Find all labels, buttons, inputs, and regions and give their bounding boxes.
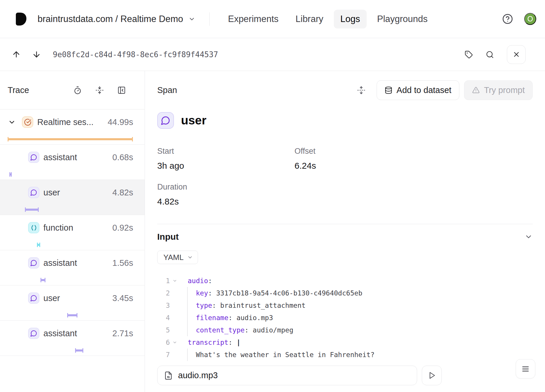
trace-span-duration: 44.99s (108, 117, 133, 127)
trace-span-duration: 4.82s (112, 188, 133, 197)
play-icon[interactable] (422, 366, 442, 385)
nav-item-library[interactable]: Library (289, 10, 330, 28)
close-icon[interactable] (507, 45, 526, 64)
span-header-actions: Add to dataset Try prompt (357, 80, 533, 100)
trace-span-duration: 2.71s (112, 329, 133, 338)
attachment-filename: audio.mp3 (178, 371, 218, 380)
start-label: Start (157, 146, 294, 156)
chat-bubble-icon (157, 112, 174, 129)
chevron-down-icon (188, 16, 195, 23)
timer-icon[interactable] (73, 86, 82, 94)
avatar[interactable]: O (524, 13, 536, 25)
code-line-7: 7 What's the weather in Seattle in Fahre… (157, 349, 533, 361)
offset-label: Offset (294, 146, 533, 156)
fold-spacer (170, 324, 180, 336)
line-number: 3 (157, 299, 170, 312)
timeline-bar (67, 314, 77, 316)
fold-spacer (170, 299, 180, 312)
code-line-4: 4 filename: audio.mp3 (157, 312, 533, 324)
help-icon[interactable] (502, 13, 513, 24)
trace-row-line: user3.45s (0, 293, 145, 304)
span-title-row: user (157, 112, 533, 129)
add-to-dataset-button[interactable]: Add to dataset (377, 80, 459, 100)
project-switcher[interactable]: braintrustdata.com / Realtime Demo (38, 14, 195, 24)
trace-row-line: assistant2.71s (0, 328, 145, 339)
nav-item-playgrounds[interactable]: Playgrounds (371, 10, 434, 28)
trace-span-duration: 0.68s (112, 153, 133, 162)
chat-bubble-icon (28, 187, 39, 198)
code-text: content_type: audio/mpeg (180, 324, 293, 336)
try-prompt-button[interactable]: Try prompt (464, 80, 533, 100)
timeline-bar (41, 279, 45, 281)
trace-row-realtime-ses[interactable]: Realtime ses...44.99s (0, 109, 145, 145)
code-line-1: 1audio: (157, 275, 533, 287)
trace-sidebar: Trace Realtime ses...44.99sassistant0.68… (0, 71, 145, 392)
offset-value: 6.24s (294, 160, 533, 171)
duration-label: Duration (157, 182, 294, 192)
line-number: 2 (157, 287, 170, 299)
nav-item-logs[interactable]: Logs (334, 10, 366, 28)
trace-row-line: assistant1.56s (0, 257, 145, 268)
trace-header-icons (73, 86, 126, 94)
code-line-5: 5 content_type: audio/mpeg (157, 324, 533, 336)
trace-span-name: assistant (43, 153, 77, 162)
trace-panel-title: Trace (8, 85, 29, 95)
yaml-code-block: 1audio:2 key: 3317cb18-9a54-4c06-b130-c4… (157, 275, 533, 361)
trace-row-assistant[interactable]: assistant2.71s (0, 321, 145, 356)
format-selector[interactable]: YAML (157, 251, 198, 264)
nav-item-experiments[interactable]: Experiments (221, 10, 285, 28)
prev-trace-arrow-up-icon[interactable] (12, 50, 21, 59)
tag-icon[interactable] (465, 50, 473, 59)
fold-chevron-icon[interactable] (170, 336, 180, 349)
file-audio-icon (164, 371, 173, 380)
chevron-down-icon[interactable] (8, 118, 16, 126)
braintrust-app: braintrustdata.com / Realtime Demo Exper… (0, 0, 545, 392)
trace-span-name: Realtime ses... (37, 117, 94, 127)
trace-span-duration: 0.92s (112, 223, 133, 233)
format-selector-value: YAML (163, 253, 184, 262)
menu-icon[interactable] (516, 359, 535, 379)
chevron-down-icon (187, 254, 193, 260)
trace-row-assistant[interactable]: assistant1.56s (0, 250, 145, 285)
trace-row-function[interactable]: function0.92s (0, 215, 145, 250)
code-text: key: 3317cb18-9a54-4c06-b130-c49640dc65e… (180, 287, 362, 299)
trace-span-duration: 1.56s (112, 258, 133, 268)
code-text: What's the weather in Seattle in Fahrenh… (180, 349, 375, 361)
next-trace-arrow-down-icon[interactable] (32, 50, 41, 59)
input-section-header[interactable]: Input (157, 232, 533, 242)
line-number: 7 (157, 349, 170, 361)
audio-attachment[interactable]: audio.mp3 (157, 366, 417, 385)
braintrust-logo-icon[interactable] (13, 12, 27, 26)
trace-id: 9e08fc2d-c84d-4f98-8ec6-fc9f89f44537 (53, 50, 218, 59)
chevron-down-icon[interactable] (524, 233, 533, 241)
trace-span-name: function (43, 223, 73, 233)
line-number: 1 (157, 275, 170, 287)
code-text: audio: (180, 275, 212, 287)
line-number: 6 (157, 336, 170, 349)
timeline-bar (10, 173, 11, 175)
span-header: Span Add to dataset (157, 71, 533, 109)
section-divider (157, 224, 533, 224)
fold-vertical-icon[interactable] (95, 86, 104, 94)
trace-row-assistant[interactable]: assistant0.68s (0, 145, 145, 180)
timeline-bar (75, 349, 83, 352)
fold-chevron-icon[interactable] (170, 275, 180, 287)
top-nav: braintrustdata.com / Realtime Demo Exper… (0, 0, 545, 38)
span-meta: Start 3h ago Offset 6.24s Duration 4.82s (157, 146, 533, 207)
main-body: Trace Realtime ses...44.99sassistant0.68… (0, 71, 545, 392)
trace-row-line: Realtime ses...44.99s (0, 116, 145, 128)
trace-span-name: assistant (43, 329, 77, 338)
trace-row-user[interactable]: user4.82s (0, 180, 145, 215)
panel-left-close-icon[interactable] (117, 86, 126, 94)
timeline-bar (8, 138, 133, 140)
chat-bubble-icon (28, 257, 39, 268)
fold-spacer (170, 312, 180, 324)
trace-row-user[interactable]: user3.45s (0, 285, 145, 321)
trace-span-name: user (43, 293, 60, 303)
code-line-6: 6transcript: | (157, 336, 533, 349)
code-text: filename: audio.mp3 (180, 312, 273, 324)
search-icon[interactable] (486, 50, 494, 59)
span-panel-title: Span (157, 85, 177, 95)
unfold-vertical-icon[interactable] (357, 86, 365, 94)
function-parens-icon (28, 222, 39, 233)
